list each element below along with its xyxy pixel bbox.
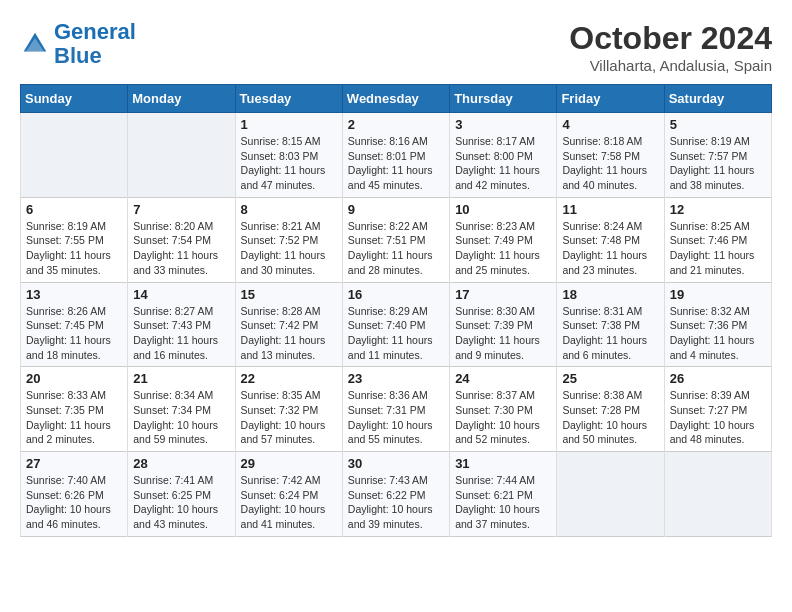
calendar-cell: 6Sunrise: 8:19 AMSunset: 7:55 PMDaylight…: [21, 197, 128, 282]
day-info: Sunrise: 8:16 AMSunset: 8:01 PMDaylight:…: [348, 134, 444, 193]
header-cell-wednesday: Wednesday: [342, 85, 449, 113]
calendar-cell: 12Sunrise: 8:25 AMSunset: 7:46 PMDayligh…: [664, 197, 771, 282]
logo: General Blue: [20, 20, 136, 68]
calendar-cell: 25Sunrise: 8:38 AMSunset: 7:28 PMDayligh…: [557, 367, 664, 452]
calendar-cell: 16Sunrise: 8:29 AMSunset: 7:40 PMDayligh…: [342, 282, 449, 367]
day-info: Sunrise: 8:39 AMSunset: 7:27 PMDaylight:…: [670, 388, 766, 447]
calendar-cell: 3Sunrise: 8:17 AMSunset: 8:00 PMDaylight…: [450, 113, 557, 198]
day-number: 17: [455, 287, 551, 302]
logo-line2: Blue: [54, 43, 102, 68]
calendar-cell: 14Sunrise: 8:27 AMSunset: 7:43 PMDayligh…: [128, 282, 235, 367]
day-info: Sunrise: 8:33 AMSunset: 7:35 PMDaylight:…: [26, 388, 122, 447]
calendar-cell: 29Sunrise: 7:42 AMSunset: 6:24 PMDayligh…: [235, 452, 342, 537]
day-info: Sunrise: 7:41 AMSunset: 6:25 PMDaylight:…: [133, 473, 229, 532]
day-info: Sunrise: 8:25 AMSunset: 7:46 PMDaylight:…: [670, 219, 766, 278]
calendar-cell: 9Sunrise: 8:22 AMSunset: 7:51 PMDaylight…: [342, 197, 449, 282]
day-info: Sunrise: 8:19 AMSunset: 7:57 PMDaylight:…: [670, 134, 766, 193]
day-info: Sunrise: 8:23 AMSunset: 7:49 PMDaylight:…: [455, 219, 551, 278]
day-info: Sunrise: 7:44 AMSunset: 6:21 PMDaylight:…: [455, 473, 551, 532]
calendar-cell: 2Sunrise: 8:16 AMSunset: 8:01 PMDaylight…: [342, 113, 449, 198]
day-number: 4: [562, 117, 658, 132]
calendar-cell: [557, 452, 664, 537]
calendar-cell: 21Sunrise: 8:34 AMSunset: 7:34 PMDayligh…: [128, 367, 235, 452]
day-info: Sunrise: 8:26 AMSunset: 7:45 PMDaylight:…: [26, 304, 122, 363]
day-number: 11: [562, 202, 658, 217]
calendar-cell: 4Sunrise: 8:18 AMSunset: 7:58 PMDaylight…: [557, 113, 664, 198]
week-row: 1Sunrise: 8:15 AMSunset: 8:03 PMDaylight…: [21, 113, 772, 198]
calendar-cell: 28Sunrise: 7:41 AMSunset: 6:25 PMDayligh…: [128, 452, 235, 537]
day-info: Sunrise: 8:15 AMSunset: 8:03 PMDaylight:…: [241, 134, 337, 193]
day-number: 24: [455, 371, 551, 386]
day-info: Sunrise: 8:22 AMSunset: 7:51 PMDaylight:…: [348, 219, 444, 278]
week-row: 27Sunrise: 7:40 AMSunset: 6:26 PMDayligh…: [21, 452, 772, 537]
calendar-cell: 7Sunrise: 8:20 AMSunset: 7:54 PMDaylight…: [128, 197, 235, 282]
calendar-cell: [664, 452, 771, 537]
logo-icon: [20, 29, 50, 59]
calendar-cell: 22Sunrise: 8:35 AMSunset: 7:32 PMDayligh…: [235, 367, 342, 452]
calendar-cell: 5Sunrise: 8:19 AMSunset: 7:57 PMDaylight…: [664, 113, 771, 198]
day-number: 16: [348, 287, 444, 302]
calendar-cell: 11Sunrise: 8:24 AMSunset: 7:48 PMDayligh…: [557, 197, 664, 282]
calendar-cell: 8Sunrise: 8:21 AMSunset: 7:52 PMDaylight…: [235, 197, 342, 282]
header-cell-sunday: Sunday: [21, 85, 128, 113]
day-info: Sunrise: 7:43 AMSunset: 6:22 PMDaylight:…: [348, 473, 444, 532]
calendar-cell: 20Sunrise: 8:33 AMSunset: 7:35 PMDayligh…: [21, 367, 128, 452]
calendar-cell: 1Sunrise: 8:15 AMSunset: 8:03 PMDaylight…: [235, 113, 342, 198]
day-number: 7: [133, 202, 229, 217]
day-number: 28: [133, 456, 229, 471]
day-number: 2: [348, 117, 444, 132]
logo-line1: General: [54, 19, 136, 44]
day-number: 13: [26, 287, 122, 302]
day-number: 15: [241, 287, 337, 302]
day-info: Sunrise: 8:31 AMSunset: 7:38 PMDaylight:…: [562, 304, 658, 363]
day-number: 22: [241, 371, 337, 386]
calendar-body: 1Sunrise: 8:15 AMSunset: 8:03 PMDaylight…: [21, 113, 772, 537]
day-info: Sunrise: 8:24 AMSunset: 7:48 PMDaylight:…: [562, 219, 658, 278]
day-number: 27: [26, 456, 122, 471]
day-info: Sunrise: 8:19 AMSunset: 7:55 PMDaylight:…: [26, 219, 122, 278]
day-number: 9: [348, 202, 444, 217]
location: Villaharta, Andalusia, Spain: [569, 57, 772, 74]
day-number: 30: [348, 456, 444, 471]
calendar-cell: 15Sunrise: 8:28 AMSunset: 7:42 PMDayligh…: [235, 282, 342, 367]
day-info: Sunrise: 8:29 AMSunset: 7:40 PMDaylight:…: [348, 304, 444, 363]
day-info: Sunrise: 8:30 AMSunset: 7:39 PMDaylight:…: [455, 304, 551, 363]
day-info: Sunrise: 7:42 AMSunset: 6:24 PMDaylight:…: [241, 473, 337, 532]
day-number: 10: [455, 202, 551, 217]
calendar-table: SundayMondayTuesdayWednesdayThursdayFrid…: [20, 84, 772, 537]
day-info: Sunrise: 8:21 AMSunset: 7:52 PMDaylight:…: [241, 219, 337, 278]
day-info: Sunrise: 8:38 AMSunset: 7:28 PMDaylight:…: [562, 388, 658, 447]
day-number: 12: [670, 202, 766, 217]
day-number: 6: [26, 202, 122, 217]
header-cell-monday: Monday: [128, 85, 235, 113]
day-info: Sunrise: 8:27 AMSunset: 7:43 PMDaylight:…: [133, 304, 229, 363]
calendar-cell: 27Sunrise: 7:40 AMSunset: 6:26 PMDayligh…: [21, 452, 128, 537]
day-number: 1: [241, 117, 337, 132]
day-number: 20: [26, 371, 122, 386]
page-header: General Blue October 2024 Villaharta, An…: [20, 20, 772, 74]
day-info: Sunrise: 8:17 AMSunset: 8:00 PMDaylight:…: [455, 134, 551, 193]
day-number: 18: [562, 287, 658, 302]
title-section: October 2024 Villaharta, Andalusia, Spai…: [569, 20, 772, 74]
day-info: Sunrise: 8:35 AMSunset: 7:32 PMDaylight:…: [241, 388, 337, 447]
day-info: Sunrise: 8:28 AMSunset: 7:42 PMDaylight:…: [241, 304, 337, 363]
day-number: 5: [670, 117, 766, 132]
day-info: Sunrise: 7:40 AMSunset: 6:26 PMDaylight:…: [26, 473, 122, 532]
day-info: Sunrise: 8:32 AMSunset: 7:36 PMDaylight:…: [670, 304, 766, 363]
calendar-cell: 19Sunrise: 8:32 AMSunset: 7:36 PMDayligh…: [664, 282, 771, 367]
calendar-cell: 10Sunrise: 8:23 AMSunset: 7:49 PMDayligh…: [450, 197, 557, 282]
calendar-cell: [128, 113, 235, 198]
week-row: 6Sunrise: 8:19 AMSunset: 7:55 PMDaylight…: [21, 197, 772, 282]
day-number: 3: [455, 117, 551, 132]
calendar-header: SundayMondayTuesdayWednesdayThursdayFrid…: [21, 85, 772, 113]
header-cell-friday: Friday: [557, 85, 664, 113]
day-number: 14: [133, 287, 229, 302]
header-cell-saturday: Saturday: [664, 85, 771, 113]
calendar-cell: 31Sunrise: 7:44 AMSunset: 6:21 PMDayligh…: [450, 452, 557, 537]
day-number: 19: [670, 287, 766, 302]
day-info: Sunrise: 8:36 AMSunset: 7:31 PMDaylight:…: [348, 388, 444, 447]
day-number: 21: [133, 371, 229, 386]
day-info: Sunrise: 8:18 AMSunset: 7:58 PMDaylight:…: [562, 134, 658, 193]
week-row: 13Sunrise: 8:26 AMSunset: 7:45 PMDayligh…: [21, 282, 772, 367]
day-number: 25: [562, 371, 658, 386]
